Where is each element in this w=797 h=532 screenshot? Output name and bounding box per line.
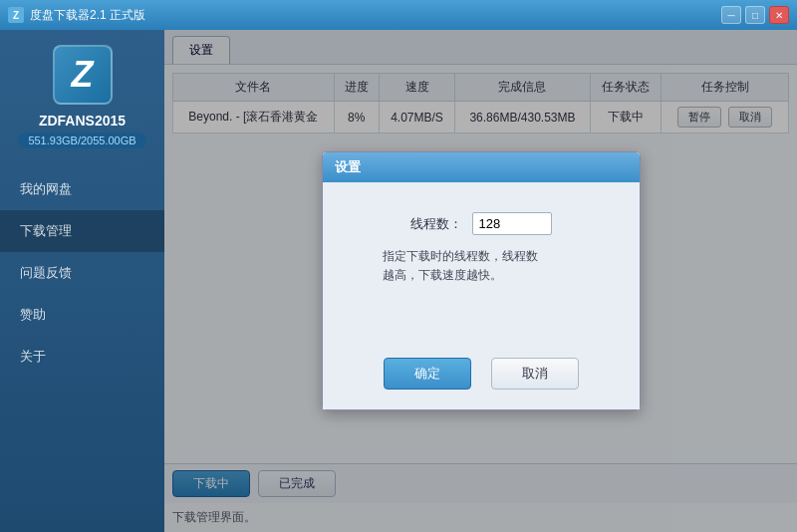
sidebar-item-download-mgr[interactable]: 下载管理: [0, 210, 164, 252]
sidebar-item-donate[interactable]: 赞助: [0, 294, 164, 336]
window-controls: ─ □ ✕: [721, 6, 789, 24]
logo-box: Z: [53, 45, 113, 105]
storage-info: 551.93GB/2055.00GB: [18, 133, 145, 148]
modal-footer: 确定 取消: [323, 342, 640, 409]
app-icon: Z: [8, 7, 24, 23]
logo-container: Z ZDFANS2015 551.93GB/2055.00GB: [18, 45, 145, 148]
maximize-button[interactable]: □: [745, 6, 765, 24]
app-name: ZDFANS2015: [39, 113, 126, 129]
modal-body: 线程数： 指定下载时的线程数，线程数越高，下载速度越快。: [323, 182, 640, 342]
title-bar-text: 度盘下载器2.1 正式版: [30, 7, 145, 24]
sidebar-item-my-disk[interactable]: 我的网盘: [0, 168, 164, 210]
minimize-button[interactable]: ─: [721, 6, 741, 24]
logo-z-icon: Z: [72, 54, 94, 96]
modal-confirm-button[interactable]: 确定: [384, 358, 471, 390]
modal-cancel-button[interactable]: 取消: [491, 358, 579, 390]
title-bar: Z 度盘下载器2.1 正式版 ─ □ ✕: [0, 0, 797, 30]
sidebar-item-about[interactable]: 关于: [0, 336, 164, 378]
thread-label: 线程数：: [410, 215, 462, 233]
modal-hint: 指定下载时的线程数，线程数越高，下载速度越快。: [343, 247, 620, 285]
thread-field: 线程数：: [343, 212, 620, 235]
close-button[interactable]: ✕: [769, 6, 789, 24]
thread-input[interactable]: [472, 212, 552, 235]
modal-title: 设置: [335, 159, 361, 174]
sidebar: Z ZDFANS2015 551.93GB/2055.00GB 我的网盘 下载管…: [0, 30, 164, 532]
sidebar-item-feedback[interactable]: 问题反馈: [0, 252, 164, 294]
modal-overlay: 设置 线程数： 指定下载时的线程数，线程数越高，下载速度越快。 确定 取消: [164, 30, 797, 532]
modal-title-bar: 设置: [323, 152, 640, 182]
settings-modal: 设置 线程数： 指定下载时的线程数，线程数越高，下载速度越快。 确定 取消: [322, 151, 641, 410]
